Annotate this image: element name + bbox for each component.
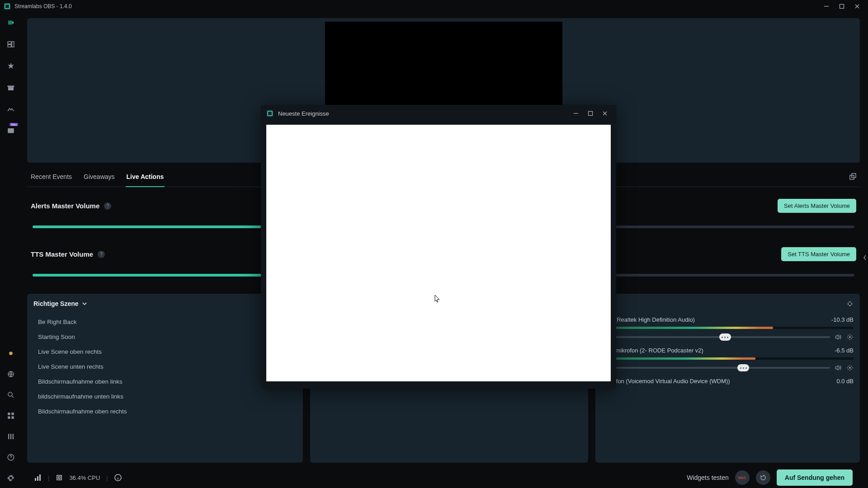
new-feature-icon[interactable]: Neu bbox=[5, 126, 16, 136]
mixer-track: Mikrofon (Voicemod Virtual Audio Device … bbox=[602, 378, 854, 385]
volume-meter bbox=[602, 357, 854, 360]
cpu-icon bbox=[56, 474, 63, 481]
globe-icon[interactable] bbox=[5, 369, 16, 380]
help-tooltip-icon[interactable]: ? bbox=[98, 251, 105, 258]
volume-slider[interactable] bbox=[602, 367, 830, 369]
svg-point-25 bbox=[849, 367, 851, 369]
svg-rect-0 bbox=[840, 5, 844, 9]
grid-icon[interactable] bbox=[5, 410, 16, 421]
svg-rect-11 bbox=[12, 417, 14, 419]
scene-selector[interactable]: Richtige Szene bbox=[33, 300, 87, 307]
mixer-db-value: -10.3 dB bbox=[831, 316, 854, 323]
mixer-track: cher (Realtek High Definition Audio) -10… bbox=[602, 316, 854, 341]
svg-rect-1 bbox=[8, 42, 11, 44]
tab-live-actions[interactable]: Live Actions bbox=[126, 167, 165, 187]
minimize-button[interactable] bbox=[819, 1, 834, 12]
svg-rect-26 bbox=[35, 478, 36, 481]
app-logo-icon bbox=[266, 110, 274, 117]
set-tts-volume-button[interactable]: Set TTS Master Volume bbox=[781, 247, 856, 261]
help-tooltip-icon[interactable]: ? bbox=[104, 202, 111, 210]
mute-icon[interactable] bbox=[835, 333, 842, 341]
svg-point-7 bbox=[8, 392, 12, 396]
dashboard-icon[interactable] bbox=[5, 104, 16, 115]
svg-rect-29 bbox=[57, 475, 61, 480]
app-title: Streamlabs OBS - 1.4.0 bbox=[14, 3, 72, 9]
cursor-icon bbox=[434, 295, 440, 303]
tab-giveaways[interactable]: Giveaways bbox=[83, 167, 115, 187]
modal-content[interactable] bbox=[266, 125, 611, 381]
mixer-track-name: Mikrofon (Voicemod Virtual Audio Device … bbox=[602, 378, 730, 385]
themes-icon[interactable] bbox=[5, 61, 16, 71]
info-icon[interactable] bbox=[114, 474, 122, 481]
mixer-panel: cher (Realtek High Definition Audio) -10… bbox=[595, 294, 860, 463]
maximize-button[interactable] bbox=[835, 1, 849, 12]
svg-rect-3 bbox=[8, 45, 11, 47]
track-settings-icon[interactable] bbox=[846, 333, 854, 341]
sidebar: Neu bbox=[0, 13, 22, 488]
volume-slider[interactable] bbox=[602, 336, 830, 338]
svg-rect-27 bbox=[37, 476, 38, 481]
svg-rect-9 bbox=[12, 413, 14, 415]
close-button[interactable] bbox=[850, 1, 864, 12]
editor-icon[interactable] bbox=[5, 17, 16, 28]
bars-icon[interactable] bbox=[5, 431, 16, 442]
chevron-down-icon bbox=[82, 301, 87, 306]
modal-maximize-button[interactable] bbox=[584, 108, 597, 119]
recent-events-window[interactable]: Neueste Ereignisse bbox=[261, 105, 616, 389]
stats-icon[interactable] bbox=[34, 474, 42, 481]
go-live-button[interactable]: Auf Sendung gehen bbox=[777, 469, 853, 486]
svg-rect-13 bbox=[10, 434, 11, 439]
statusbar: | 36.4% CPU | Widgets testen REC Auf Sen… bbox=[27, 467, 860, 488]
mixer-db-value: -6.5 dB bbox=[835, 347, 854, 354]
svg-rect-32 bbox=[589, 112, 593, 116]
volume-meter bbox=[602, 327, 854, 329]
mixer-track-name: Tischmikrofon (2- RODE Podcaster v2) bbox=[602, 347, 703, 354]
svg-rect-12 bbox=[8, 434, 9, 439]
set-alerts-volume-button[interactable]: Set Alerts Master Volume bbox=[778, 199, 856, 213]
test-widgets-button[interactable]: Widgets testen bbox=[687, 474, 729, 481]
cpu-value: 36.4% CPU bbox=[69, 474, 100, 481]
replay-buffer-button[interactable] bbox=[756, 470, 770, 485]
modal-title: Neueste Ereignisse bbox=[278, 110, 329, 117]
svg-rect-28 bbox=[39, 474, 41, 481]
record-button[interactable]: REC bbox=[735, 470, 750, 485]
tts-volume-title: TTS Master Volume bbox=[31, 250, 93, 258]
mute-icon[interactable] bbox=[835, 364, 842, 371]
svg-rect-14 bbox=[13, 434, 14, 439]
new-badge: Neu bbox=[9, 123, 18, 126]
settings-icon[interactable] bbox=[5, 473, 16, 483]
svg-rect-30 bbox=[58, 477, 60, 479]
svg-rect-10 bbox=[8, 417, 10, 419]
collapse-handle-icon[interactable] bbox=[862, 248, 868, 267]
scene-item[interactable]: Bildschirmaufnahme oben rechts bbox=[27, 404, 303, 419]
titlebar[interactable]: Streamlabs OBS - 1.4.0 bbox=[0, 0, 868, 13]
popout-icon[interactable] bbox=[849, 173, 857, 181]
modal-minimize-button[interactable] bbox=[569, 108, 583, 119]
help-icon[interactable] bbox=[5, 452, 16, 463]
appstore-icon[interactable] bbox=[5, 82, 16, 93]
tab-recent-events[interactable]: Recent Events bbox=[30, 167, 73, 187]
svg-point-24 bbox=[849, 336, 851, 338]
mixer-settings-icon[interactable] bbox=[846, 300, 854, 307]
svg-rect-2 bbox=[12, 42, 14, 47]
search-icon[interactable] bbox=[5, 389, 16, 400]
track-settings-icon[interactable] bbox=[846, 364, 854, 371]
mixer-db-value: 0.0 dB bbox=[836, 378, 854, 385]
prime-icon[interactable] bbox=[5, 348, 16, 359]
scene-item[interactable]: bildschirmaufnahme unten links bbox=[27, 389, 303, 404]
layout-icon[interactable] bbox=[5, 39, 16, 50]
active-scene-name: Richtige Szene bbox=[33, 300, 79, 307]
svg-rect-4 bbox=[8, 128, 14, 133]
svg-rect-8 bbox=[8, 413, 10, 415]
svg-point-5 bbox=[9, 352, 13, 355]
alerts-volume-title: Alerts Master Volume bbox=[31, 202, 99, 210]
mixer-track: Tischmikrofon (2- RODE Podcaster v2) -6.… bbox=[602, 347, 854, 371]
modal-close-button[interactable] bbox=[598, 108, 612, 119]
app-logo-icon bbox=[4, 3, 11, 10]
